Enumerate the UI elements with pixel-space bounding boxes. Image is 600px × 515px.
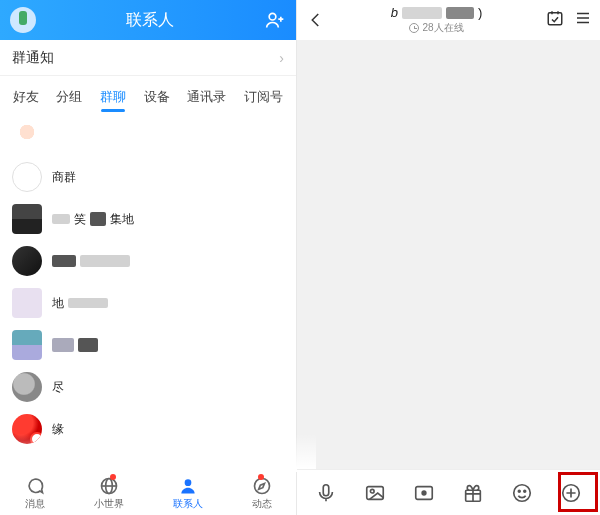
group-name: 地 [52,295,108,312]
nav-小世界[interactable]: 小世界 [94,476,124,511]
list-item[interactable]: 尽 [0,366,296,408]
voice-icon[interactable] [313,480,339,506]
tab-订阅号[interactable]: 订阅号 [242,84,285,114]
group-list: 商群笑集地地尽缘 [0,114,296,471]
chevron-right-icon: › [279,50,284,66]
obscured-text [446,7,474,19]
group-avatar [12,120,42,150]
svg-point-8 [370,489,374,493]
list-item[interactable] [0,240,296,282]
svg-point-14 [524,490,526,492]
group-name: 缘 [52,421,64,438]
list-item[interactable]: 地 [0,282,296,324]
online-count: 28人在线 [409,21,463,35]
obscured-text [402,7,442,19]
plus-icon[interactable] [558,480,584,506]
page-title: 联系人 [36,10,264,31]
emoji-icon[interactable] [509,480,535,506]
group-avatar [12,330,42,360]
chat-title-tail: ) [478,5,482,20]
svg-point-10 [422,491,426,495]
svg-rect-5 [548,13,562,25]
group-avatar [12,414,42,444]
tab-群聊[interactable]: 群聊 [98,84,128,114]
album-icon[interactable] [411,480,437,506]
list-item[interactable] [0,114,296,156]
group-notice-row[interactable]: 群通知 › [0,40,296,76]
chat-topbar: b ) 28人在线 [297,0,600,40]
svg-point-3 [184,479,191,486]
list-item[interactable]: 笑集地 [0,198,296,240]
menu-icon[interactable] [574,9,592,31]
chat-body[interactable] [297,40,600,469]
user-avatar[interactable] [10,7,36,33]
group-name: 尽 [52,379,64,396]
svg-point-4 [254,479,269,494]
chat-title-area: b ) 28人在线 [333,5,540,35]
tab-分组[interactable]: 分组 [54,84,84,114]
contacts-panel: 联系人 群通知 › 好友分组群聊设备通讯录订阅号 商群笑集地地尽缘 消息小世界联… [0,0,297,515]
svg-point-12 [514,484,531,501]
group-name [52,255,130,267]
group-avatar [12,162,42,192]
group-avatar [12,204,42,234]
chat-inputbar [297,469,600,515]
list-item[interactable]: 缘 [0,408,296,450]
group-notice-label: 群通知 [12,49,54,67]
topbar: 联系人 [0,0,296,40]
group-name: 笑集地 [52,211,134,228]
back-icon[interactable] [305,11,327,29]
list-item[interactable] [0,324,296,366]
tab-通讯录[interactable]: 通讯录 [185,84,228,114]
group-avatar [12,246,42,276]
tab-好友[interactable]: 好友 [11,84,41,114]
chat-panel: b ) 28人在线 [297,0,600,515]
group-name: 商群 [52,169,76,186]
svg-point-13 [519,490,521,492]
add-friend-icon[interactable] [264,9,286,31]
nav-联系人[interactable]: 联系人 [173,476,203,511]
svg-rect-7 [366,486,383,499]
clock-icon [409,23,419,33]
nav-动态[interactable]: 动态 [252,476,272,511]
list-item[interactable]: 商群 [0,156,296,198]
group-avatar [12,372,42,402]
group-name [52,338,98,352]
nav-消息[interactable]: 消息 [25,476,45,511]
svg-point-0 [269,13,276,20]
svg-rect-6 [323,484,329,495]
tabs: 好友分组群聊设备通讯录订阅号 [0,76,296,114]
bottom-nav: 消息小世界联系人动态 [0,471,296,515]
group-avatar [12,288,42,318]
calendar-check-icon[interactable] [546,9,564,31]
image-icon[interactable] [362,480,388,506]
tab-设备[interactable]: 设备 [142,84,172,114]
gift-icon[interactable] [460,480,486,506]
